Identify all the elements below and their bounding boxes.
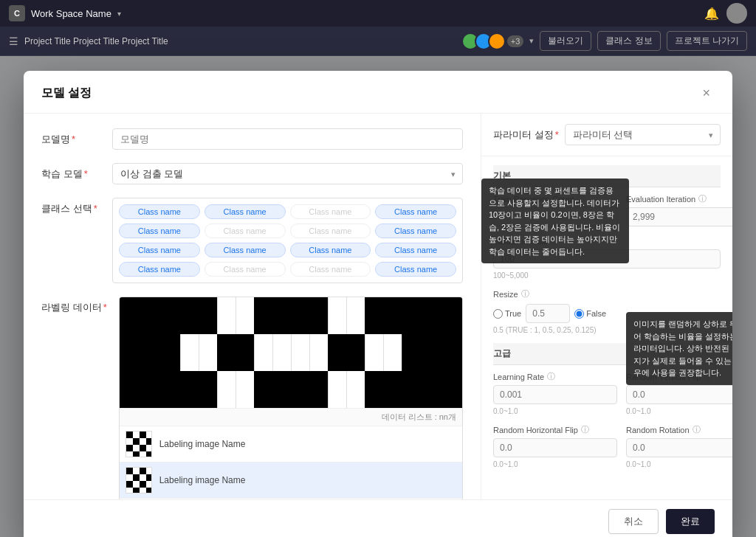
svg-rect-12: [180, 316, 199, 334]
svg-rect-66: [291, 389, 309, 408]
chevron-down-icon[interactable]: ▾: [529, 36, 534, 46]
random-vflip-field: Random Vertical Flip ⓘ 0.0~1.0 이미지를 랜덤하게…: [626, 371, 732, 415]
svg-rect-88: [126, 468, 133, 474]
svg-rect-92: [126, 474, 133, 481]
resize-false-option[interactable]: False: [574, 309, 606, 319]
svg-rect-6: [291, 297, 309, 316]
info-icon[interactable]: ⓘ: [693, 424, 701, 435]
class-tags-container: Class nameClass nameClass nameClass name…: [112, 198, 463, 283]
avatar[interactable]: [726, 3, 747, 24]
eval-iter-field: Evaluation Iteration ⓘ: [626, 193, 732, 226]
menu-icon[interactable]: ☰: [9, 35, 18, 47]
svg-rect-27: [236, 334, 254, 353]
svg-rect-18: [291, 316, 309, 334]
advanced-params-grid: Learning Rate ⓘ 0.0~1.0 Random Vertical …: [493, 371, 721, 468]
param-select[interactable]: 파라미터 선택: [565, 124, 721, 145]
info-icon[interactable]: ⓘ: [698, 193, 707, 204]
project-title: Project Title Project Title Project Titl…: [24, 36, 168, 46]
class-tag[interactable]: Class name: [119, 262, 200, 277]
svg-rect-78: [140, 438, 146, 445]
svg-rect-21: [346, 316, 365, 334]
class-tag[interactable]: Class name: [290, 224, 371, 238]
bell-icon[interactable]: 🔔: [704, 7, 719, 21]
class-info-button[interactable]: 클래스 정보: [597, 31, 660, 51]
section-basic: 기본: [493, 165, 721, 187]
random-hflip-input[interactable]: [493, 438, 617, 457]
validation-rate-label: Validation Rate ⓘ: [493, 235, 721, 246]
class-select-row: 클래스 선택* Class nameClass nameClass nameCl…: [41, 198, 463, 283]
class-tag[interactable]: Class name: [205, 224, 286, 238]
avatar-count-badge[interactable]: +3: [507, 35, 524, 47]
leave-project-button[interactable]: 프로젝트 나가기: [667, 31, 747, 51]
learning-rate-field: Learning Rate ⓘ 0.0~1.0: [493, 371, 617, 415]
info-icon[interactable]: ⓘ: [551, 235, 559, 246]
image-list-item[interactable]: Labeling image Name: [120, 426, 462, 462]
class-tag[interactable]: Class name: [119, 204, 200, 219]
modal-overlay: 모델 설정 × 모델명* 학: [0, 56, 756, 537]
model-name-row: 모델명*: [41, 128, 463, 150]
learning-rate-label: Learning Rate ⓘ: [493, 371, 617, 382]
eval-iter-input[interactable]: [626, 207, 732, 226]
svg-rect-35: [383, 334, 402, 353]
svg-rect-59: [383, 371, 402, 389]
model-name-label: 모델명*: [41, 128, 100, 146]
project-bar: ☰ Project Title Project Title Project Ti…: [0, 27, 756, 56]
svg-rect-7: [309, 297, 328, 316]
class-tag[interactable]: Class name: [375, 262, 456, 277]
svg-rect-1: [199, 297, 217, 316]
class-tag[interactable]: Class name: [375, 224, 456, 238]
class-tag[interactable]: Class name: [205, 262, 286, 277]
svg-rect-10: [365, 297, 383, 316]
confirm-button[interactable]: 완료: [666, 509, 715, 534]
class-tag[interactable]: Class name: [375, 243, 456, 257]
resize-value-input[interactable]: [526, 304, 570, 323]
class-tag[interactable]: Class name: [205, 204, 286, 219]
resize-label: Resize ⓘ: [493, 288, 721, 299]
svg-rect-28: [254, 334, 272, 353]
class-tag[interactable]: Class name: [119, 224, 200, 238]
chevron-down-icon[interactable]: ▾: [117, 10, 121, 18]
class-tag[interactable]: Class name: [290, 204, 371, 219]
svg-rect-73: [133, 432, 140, 438]
workspace-icon: C: [9, 5, 25, 21]
resize-true-radio[interactable]: [493, 309, 503, 319]
train-model-select[interactable]: 이상 검출 모델: [112, 163, 463, 184]
resize-false-radio[interactable]: [574, 309, 584, 319]
resize-true-option[interactable]: True: [493, 309, 521, 319]
class-tag[interactable]: Class name: [205, 243, 286, 257]
info-icon[interactable]: ⓘ: [577, 193, 585, 204]
train-rep-input[interactable]: [493, 207, 617, 226]
svg-rect-103: [146, 488, 152, 493]
info-icon[interactable]: ⓘ: [581, 424, 589, 435]
basic-params-grid: Train Repetition Count ⓘ 학습 데이터 중 몇 퍼센트를…: [493, 193, 721, 226]
class-tag[interactable]: Class name: [119, 243, 200, 257]
random-rotation-input[interactable]: [626, 438, 732, 457]
image-list-item[interactable]: Labeling image Name: [120, 462, 462, 498]
svg-rect-19: [309, 316, 328, 334]
svg-rect-2: [217, 297, 236, 316]
svg-rect-94: [140, 474, 146, 481]
svg-rect-30: [291, 334, 309, 353]
class-tag[interactable]: Class name: [375, 204, 456, 219]
image-label: Labeling image Name: [159, 439, 246, 449]
upload-button[interactable]: 불러오기: [540, 31, 591, 51]
learning-rate-input[interactable]: [493, 385, 617, 404]
cancel-button[interactable]: 취소: [608, 509, 659, 534]
svg-rect-31: [309, 334, 328, 353]
svg-rect-99: [146, 481, 152, 488]
model-name-input[interactable]: [112, 128, 463, 150]
svg-rect-49: [199, 371, 217, 389]
svg-rect-79: [146, 438, 152, 445]
svg-rect-20: [328, 316, 346, 334]
info-icon[interactable]: ⓘ: [547, 371, 555, 382]
validation-rate-input[interactable]: [493, 249, 721, 268]
close-button[interactable]: ×: [698, 84, 715, 103]
info-icon[interactable]: ⓘ: [521, 288, 529, 299]
svg-rect-93: [133, 474, 140, 481]
class-tag[interactable]: Class name: [290, 243, 371, 257]
tooltip-vflip: 이미지를 랜덤하게 상하로 뒤집어 학습하는 비율을 설정하는 파라미터입니다.…: [626, 312, 732, 385]
class-tag[interactable]: Class name: [290, 262, 371, 277]
random-vflip-input[interactable]: [626, 385, 732, 404]
svg-rect-34: [365, 334, 383, 353]
svg-rect-33: [346, 334, 365, 353]
